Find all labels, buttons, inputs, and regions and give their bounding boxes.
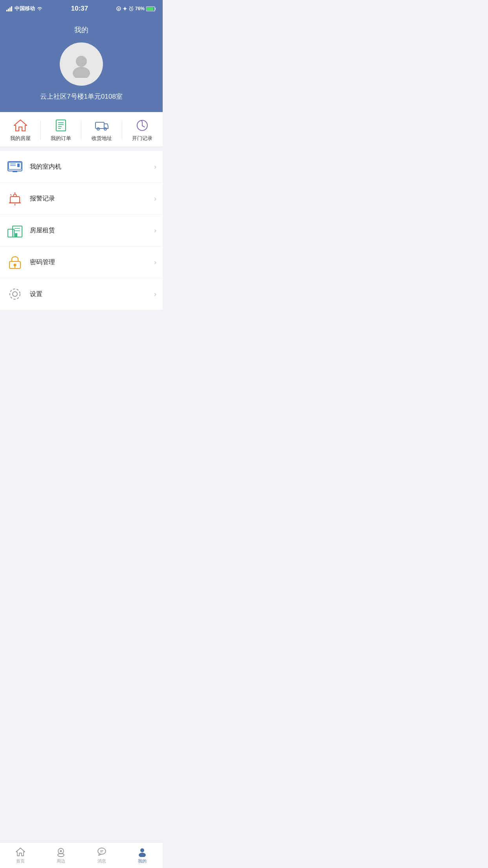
svg-text:⊘: ⊘: [117, 7, 120, 10]
wifi-icon: [37, 6, 43, 11]
svg-marker-15: [14, 120, 27, 131]
quick-label-my-order: 我的订单: [51, 135, 71, 142]
svg-point-44: [13, 292, 17, 296]
menu-item-password-mgmt[interactable]: 密码管理 ›: [0, 246, 163, 278]
quick-label-my-house: 我的房屋: [10, 135, 31, 142]
status-right-area: ⊘ 76%: [116, 6, 156, 11]
svg-rect-33: [10, 197, 20, 203]
avatar[interactable]: [60, 42, 103, 86]
quick-label-shipping: 收货地址: [92, 135, 112, 142]
quick-menu: 我的房屋 我的订单 收货地址 开门记录: [0, 112, 163, 147]
menu-item-alarm-record[interactable]: 报警记录 ›: [0, 183, 163, 215]
chevron-indoor-machine: ›: [154, 163, 156, 171]
truck-icon: [95, 118, 109, 132]
indoor-machine-icon-wrap: [6, 158, 24, 175]
battery-icon: [146, 6, 156, 11]
alarm-icon: [129, 6, 134, 11]
menu-item-settings[interactable]: 设置 ›: [0, 278, 163, 310]
svg-rect-16: [56, 120, 66, 131]
svg-rect-12: [147, 7, 153, 10]
quick-label-door-record: 开门记录: [132, 135, 152, 142]
svg-rect-1: [8, 9, 9, 11]
menu-list: 我的室内机 › 报警记录 › 房屋: [0, 151, 163, 310]
menu-text-house-rental: 房屋租赁: [30, 226, 154, 235]
svg-rect-0: [6, 10, 7, 11]
profile-section: 我的 云上社区7号楼1单元0108室: [0, 17, 163, 112]
password-mgmt-icon: [7, 255, 22, 270]
svg-line-9: [130, 7, 130, 7]
svg-rect-3: [11, 6, 12, 11]
svg-line-10: [132, 7, 133, 7]
svg-rect-21: [95, 122, 104, 129]
avatar-icon: [68, 50, 95, 78]
menu-text-password-mgmt: 密码管理: [30, 258, 154, 267]
quick-item-door-record[interactable]: 开门记录: [122, 118, 163, 142]
quick-item-shipping-address[interactable]: 收货地址: [81, 118, 122, 142]
chevron-password-mgmt: ›: [154, 258, 156, 267]
svg-rect-2: [9, 7, 11, 11]
menu-text-alarm-record: 报警记录: [30, 195, 154, 203]
svg-line-8: [131, 9, 132, 9]
house-icon: [13, 118, 28, 132]
lock-icon: ⊘: [116, 6, 121, 11]
menu-item-house-rental[interactable]: 房屋租赁 ›: [0, 215, 163, 246]
svg-point-13: [76, 56, 87, 67]
svg-rect-36: [8, 229, 14, 237]
alarm-record-icon: [7, 191, 22, 206]
alarm-record-icon-wrap: [6, 190, 24, 207]
clock-icon: [135, 118, 149, 132]
house-rental-icon: [7, 223, 23, 238]
settings-icon-wrap: [6, 285, 24, 303]
svg-point-14: [73, 67, 90, 78]
menu-text-settings: 设置: [30, 290, 154, 298]
status-carrier: 中国移动: [6, 5, 43, 12]
svg-line-26: [142, 126, 145, 127]
password-mgmt-icon-wrap: [6, 254, 24, 271]
menu-item-indoor-machine[interactable]: 我的室内机 ›: [0, 151, 163, 183]
chevron-house-rental: ›: [154, 226, 156, 235]
svg-rect-40: [15, 233, 17, 237]
svg-point-45: [10, 289, 20, 299]
house-rental-icon-wrap: [6, 222, 24, 239]
svg-rect-31: [17, 164, 20, 167]
chevron-settings: ›: [154, 290, 156, 298]
location-icon: [123, 6, 127, 11]
svg-rect-32: [13, 171, 17, 172]
gray-filler: [0, 310, 163, 381]
status-time: 10:37: [71, 5, 88, 13]
status-bar: 中国移动 10:37 ⊘ 76%: [0, 0, 163, 17]
page-title: 我的: [74, 25, 88, 35]
user-address: 云上社区7号楼1单元0108室: [40, 92, 123, 101]
quick-item-my-order[interactable]: 我的订单: [41, 118, 82, 142]
chevron-alarm-record: ›: [154, 195, 156, 203]
menu-text-indoor-machine: 我的室内机: [30, 163, 154, 171]
indoor-machine-icon: [7, 161, 23, 173]
quick-item-my-house[interactable]: 我的房屋: [0, 118, 41, 142]
order-icon: [54, 118, 68, 132]
settings-icon: [8, 287, 22, 301]
signal-icon: [6, 6, 13, 11]
